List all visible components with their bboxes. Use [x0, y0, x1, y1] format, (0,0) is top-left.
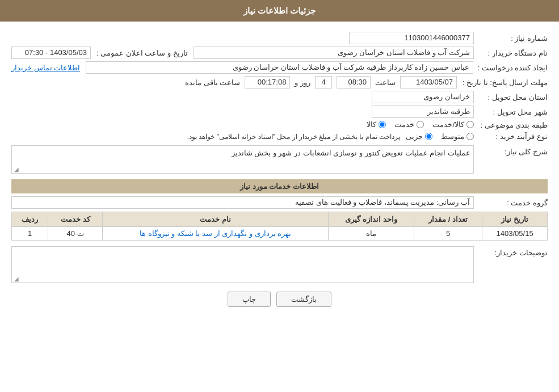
- tarikh-elaan-label: تاریخ و ساعت اعلان عمومی :: [96, 49, 188, 57]
- mohlat-label: مهلت ارسال پاسخ: تا تاریخ :: [457, 78, 548, 87]
- sharh-label: شرح کلی نیاز:: [474, 145, 548, 156]
- row-tarikh: 1403/05/15: [482, 227, 548, 241]
- radio-khadamat-item[interactable]: خدمت: [394, 120, 424, 129]
- radio-jozei-item[interactable]: جزیی: [406, 132, 432, 141]
- buttons-row: بازگشت چاپ: [11, 292, 548, 307]
- toseeh-label: توضیحات خریدار:: [474, 246, 548, 257]
- radio-kala-item[interactable]: کالا: [367, 120, 386, 129]
- nooe-farayand-label: نوع فرآیند خرید :: [474, 132, 548, 141]
- ejad-konande-value: عباس حسین زاده کاربرداز طرفیه شرکت آب و …: [86, 61, 473, 74]
- table-row: 1403/05/15 5 ماه بهره برداری و نگهداری ا…: [12, 227, 548, 241]
- col-vahid: واحد اندازه گیری: [328, 212, 414, 227]
- tarikh-elaan-value: 1403/05/03 - 07:30: [11, 47, 91, 59]
- baqi-label: ساعت باقی مانده: [185, 78, 240, 87]
- ostan-label: استان محل تحویل :: [474, 93, 548, 102]
- col-code: کد خدمت: [48, 212, 103, 227]
- col-radif: ردیف: [12, 212, 48, 227]
- radio-jozei-label: جزیی: [406, 132, 423, 141]
- shomara-niaz-value: 1103001446000377: [349, 32, 474, 44]
- radio-motavaset-label: متوسط: [441, 132, 464, 141]
- radio-motavaset-item[interactable]: متوسط: [441, 132, 474, 141]
- services-section-title: اطلاعات خدمات مورد نیاز: [11, 179, 548, 193]
- radio-kala-khadamat[interactable]: [466, 121, 474, 128]
- saat-label: ساعت: [375, 78, 396, 87]
- toseeh-resize-handle[interactable]: ◢: [13, 276, 19, 281]
- shomara-niaz-label: شماره نیاز :: [474, 34, 548, 43]
- baqi-value: 00:17:08: [245, 76, 290, 88]
- row-code: ت-40: [48, 227, 103, 241]
- saat-value: 08:30: [337, 76, 371, 88]
- sharh-value: عملیات انجام عملیات تعویض کنتور و نوسازی…: [232, 149, 470, 157]
- col-name: نام خدمت: [103, 212, 328, 227]
- radio-motavaset[interactable]: [466, 133, 474, 140]
- row-tedad: 5: [414, 227, 482, 241]
- notice-text: پرداخت تمام یا بخشی از مبلغ خریدار از مح…: [187, 133, 400, 141]
- ostan-value: خراسان رضوی: [372, 91, 474, 103]
- radio-khadamat-label: خدمت: [394, 120, 414, 129]
- shahr-label: شهر محل تحویل :: [474, 108, 548, 116]
- radio-khadamat[interactable]: [417, 121, 424, 128]
- radio-kala-khadamat-label: کالا/خدمت: [432, 120, 464, 129]
- services-table: تاریخ نیاز تعداد / مقدار واحد اندازه گیر…: [11, 212, 548, 241]
- grooh-label: گروه خدمت :: [474, 199, 548, 207]
- chap-button[interactable]: چاپ: [228, 292, 271, 307]
- rooz-label: روز و: [295, 78, 310, 87]
- radio-kala[interactable]: [379, 121, 386, 128]
- shahr-value: طرقبه شاندیز: [372, 106, 474, 118]
- rooz-value: 4: [315, 76, 332, 88]
- row-name[interactable]: بهره برداری و نگهداری از سد یا شبکه و نی…: [103, 227, 328, 241]
- radio-kala-khadamat-item[interactable]: کالا/خدمت: [432, 120, 474, 129]
- radio-jozei[interactable]: [425, 133, 432, 140]
- row-vahid: ماه: [328, 227, 414, 241]
- col-tedad: تعداد / مقدار: [414, 212, 482, 227]
- tarikh-value: 1403/05/07: [400, 76, 457, 88]
- radio-kala-label: کالا: [367, 120, 376, 129]
- row-radif: 1: [12, 227, 48, 241]
- header-title: جزئیات اطلاعات نیاز: [243, 6, 316, 15]
- col-tarikh: تاریخ نیاز: [482, 212, 548, 227]
- ejad-konande-link[interactable]: اطلاعات تماس خریدار: [11, 64, 80, 72]
- tabaghebandi-label: طبقه بندی موضوعی :: [474, 121, 548, 129]
- nam-dastgah-label: نام دستگاه خریدار :: [474, 49, 548, 57]
- resize-handle[interactable]: ◢: [13, 166, 19, 172]
- nam-dastgah-value: شرکت آب و فاضلاب استان خراسان رضوی: [194, 47, 474, 59]
- bazgasht-button[interactable]: بازگشت: [276, 292, 331, 307]
- grooh-value: آب رسانی: مدیریت پسماند، فاضلاب و فعالیت…: [11, 196, 474, 209]
- ejad-konande-label: ایجاد کننده درخواست :: [473, 64, 548, 72]
- page-header: جزئیات اطلاعات نیاز: [0, 0, 559, 22]
